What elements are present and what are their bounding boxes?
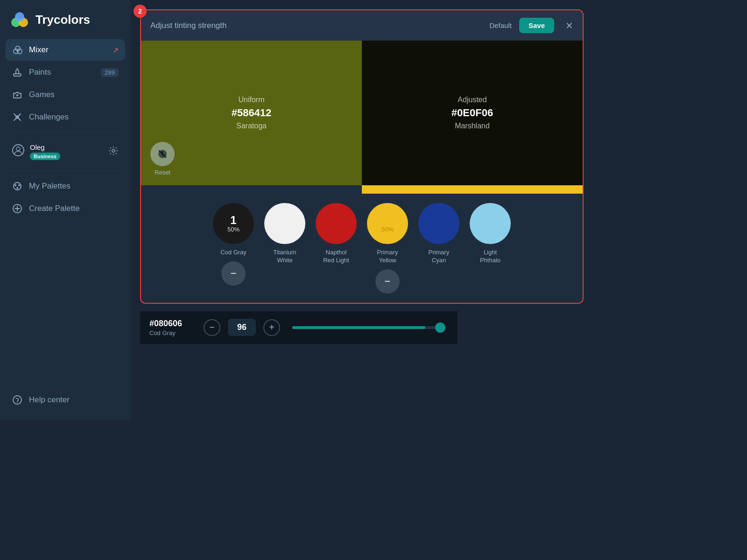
cod-gray-number: 1: [230, 215, 236, 226]
napthol-red-circle[interactable]: [316, 203, 357, 244]
uniform-hex: #586412: [232, 107, 272, 119]
light-phthalo-spacer: [478, 269, 502, 294]
games-label: Games: [29, 90, 55, 99]
paints-label: Paints: [29, 68, 51, 77]
cod-gray-circle[interactable]: 1 50%: [213, 203, 254, 244]
paints-badge: 289: [101, 68, 119, 77]
default-button[interactable]: Default: [489, 21, 512, 29]
stepper-increment-button[interactable]: +: [263, 319, 280, 336]
adjusted-hex: #0E0F06: [451, 107, 493, 119]
titanium-white-spacer: [273, 269, 297, 294]
svg-point-16: [13, 396, 21, 404]
svg-point-9: [16, 147, 20, 151]
paints-section: 1 50% Cod Gray − TitaniumWhite: [141, 194, 583, 303]
primary-yellow-number: 1: [384, 215, 390, 226]
main-content: 2 Adjust tinting strength Default Save ✕…: [131, 0, 593, 420]
sidebar-item-paints[interactable]: Paints 289: [6, 62, 125, 83]
slider-track: [292, 326, 444, 329]
divider-2: [9, 170, 121, 171]
sidebar-nav: Mixer ↗ Paints 289 Games: [0, 39, 131, 128]
paint-item-napthol-red: NaptholRed Light: [315, 203, 357, 294]
stepper-decrement-button[interactable]: −: [204, 319, 220, 336]
slider-container[interactable]: [288, 326, 448, 329]
step-badge: 2: [134, 5, 147, 18]
light-phthalo-circle[interactable]: [470, 203, 511, 244]
bottom-color-hex: #080606: [149, 319, 196, 329]
sidebar: Trycolors Mixer ↗ Paints 289: [0, 0, 131, 420]
uniform-panel: Uniform #586412 Saratoga Reset: [141, 41, 362, 185]
primary-yellow-percent: 50%: [381, 226, 394, 233]
user-avatar-icon: [12, 144, 24, 159]
mixer-label: Mixer: [29, 45, 49, 55]
svg-point-2: [15, 12, 24, 21]
save-button[interactable]: Save: [519, 18, 554, 33]
logo-area: Trycolors: [0, 0, 131, 39]
my-palettes-icon: [12, 181, 22, 191]
uniform-name: Saratoga: [236, 122, 267, 130]
svg-point-12: [14, 184, 16, 186]
light-phthalo-name: LightPhthalo: [480, 249, 500, 265]
paints-icon: [12, 67, 22, 77]
cod-gray-circle-wrapper: 1 50%: [213, 203, 254, 244]
help-label: Help center: [29, 395, 70, 405]
titanium-white-name: TitaniumWhite: [273, 249, 296, 265]
paint-item-primary-yellow: 1 50% PrimaryYellow −: [366, 203, 409, 294]
my-palettes-label: My Palettes: [29, 182, 70, 191]
sidebar-item-help[interactable]: Help center: [6, 389, 125, 411]
svg-rect-6: [14, 74, 21, 76]
primary-yellow-minus-button[interactable]: −: [375, 269, 400, 294]
sidebar-item-my-palettes[interactable]: My Palettes: [6, 175, 125, 197]
app-name: Trycolors: [35, 13, 90, 27]
cod-gray-percent: 50%: [227, 226, 240, 233]
mixer-icon: [12, 45, 22, 55]
adjusted-label: Adjusted: [458, 96, 486, 104]
cod-gray-minus-button[interactable]: −: [221, 261, 246, 286]
logo-icon: [9, 9, 30, 30]
reset-button[interactable]: Reset: [150, 142, 175, 176]
sidebar-bottom: Help center: [0, 389, 131, 420]
yellow-bar: [362, 185, 583, 194]
titanium-white-circle[interactable]: [264, 203, 305, 244]
settings-icon[interactable]: [108, 146, 119, 158]
modal-card: Adjust tinting strength Default Save ✕ U…: [140, 9, 584, 304]
sidebar-item-challenges[interactable]: Challenges: [6, 106, 125, 128]
svg-point-13: [18, 184, 20, 186]
slider-fill: [292, 326, 425, 329]
primary-cyan-name: PrimaryCyan: [429, 249, 450, 265]
primary-yellow-circle[interactable]: 1 50%: [367, 203, 408, 244]
user-name: Oleg: [30, 143, 60, 151]
primary-yellow-circle-wrapper: 1 50%: [367, 203, 408, 244]
sidebar-item-games[interactable]: Games: [6, 84, 125, 105]
challenges-label: Challenges: [29, 112, 69, 122]
modal-wrapper: 2 Adjust tinting strength Default Save ✕…: [140, 9, 584, 304]
paint-item-cod-gray: 1 50% Cod Gray −: [212, 203, 254, 286]
stepper-value: 96: [228, 319, 256, 336]
slider-thumb[interactable]: [435, 322, 445, 333]
user-section: Oleg Business: [6, 138, 125, 166]
paint-item-primary-cyan: PrimaryCyan: [418, 203, 460, 294]
sidebar-item-create-palette[interactable]: Create Palette: [6, 198, 125, 219]
primary-cyan-spacer: [427, 269, 451, 294]
bottom-bar: #080606 Cod Gray − 96 +: [140, 311, 458, 344]
sidebar-item-mixer[interactable]: Mixer ↗: [6, 39, 125, 61]
primary-cyan-circle[interactable]: [418, 203, 459, 244]
close-button[interactable]: ✕: [565, 20, 573, 31]
trend-icon: ↗: [113, 46, 119, 55]
create-palette-icon: [12, 203, 22, 214]
bottom-color-info: #080606 Cod Gray: [149, 319, 196, 336]
reset-label: Reset: [155, 169, 170, 176]
svg-point-17: [17, 402, 18, 403]
svg-point-10: [112, 149, 115, 152]
reset-circle-icon: [150, 142, 175, 166]
user-info: Oleg Business: [30, 143, 60, 160]
create-palette-label: Create Palette: [29, 204, 80, 213]
bottom-color-name: Cod Gray: [149, 329, 196, 336]
primary-cyan-circle-wrapper: [418, 203, 459, 244]
divider-1: [9, 133, 121, 133]
games-icon: [12, 90, 22, 100]
napthol-red-circle-wrapper: [316, 203, 357, 244]
adjusted-panel: Adjusted #0E0F06 Marshland: [362, 41, 583, 185]
paint-item-titanium-white: TitaniumWhite: [264, 203, 306, 294]
titanium-white-circle-wrapper: [264, 203, 305, 244]
paint-item-light-phthalo: LightPhthalo: [469, 203, 511, 294]
